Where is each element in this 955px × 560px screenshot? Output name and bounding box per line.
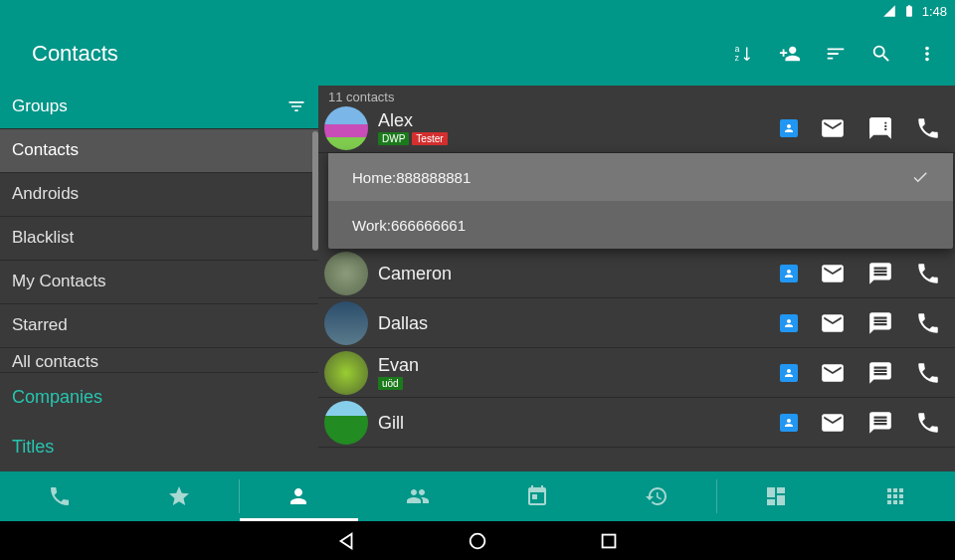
email-button[interactable] [820,310,846,336]
add-contact-button[interactable] [778,42,802,66]
avatar [324,301,368,345]
tab-phone[interactable] [0,471,119,521]
sync-badge-icon [780,265,798,282]
message-button[interactable] [867,115,893,141]
contact-row-cameron[interactable]: Cameron [318,249,955,298]
sync-badge-icon [780,314,798,332]
contact-tag: uöd [378,377,403,390]
contact-count: 11 contacts [318,86,955,103]
sidebar-item-contacts[interactable]: Contacts [0,129,318,173]
filter-icon [286,96,306,116]
sidebar: Groups Contacts Androids Blacklist My Co… [0,86,318,471]
svg-text:a: a [735,45,740,54]
message-button[interactable] [867,261,893,286]
dropdown-item-work[interactable]: Work:666666661 [328,201,953,249]
contact-name: Alex [378,110,780,130]
email-button[interactable] [820,261,846,286]
contact-row-gill[interactable]: Gill [318,398,955,448]
tab-history[interactable] [597,471,716,521]
dropdown-label: Home:888888881 [352,169,471,186]
sidebar-item-blacklist[interactable]: Blacklist [0,217,318,261]
sync-badge-icon [780,364,798,382]
sidebar-item-androids[interactable]: Androids [0,173,318,217]
status-time: 1:48 [922,4,947,19]
sync-badge-icon [780,414,798,432]
contact-name: Dallas [378,313,780,333]
contact-name: Cameron [378,264,780,283]
avatar [324,351,368,395]
email-button[interactable] [820,360,846,386]
contact-tag: DWP [378,132,409,145]
svg-point-2 [471,533,485,548]
filter-button[interactable] [824,42,848,66]
contact-name: Gill [378,413,780,433]
status-bar: 1:48 [0,0,955,22]
dropdown-item-home[interactable]: Home:888888881 [328,153,953,201]
svg-text:z: z [735,54,739,63]
content-area: Groups Contacts Androids Blacklist My Co… [0,86,955,471]
battery-icon [902,4,916,18]
tab-calendar[interactable] [478,471,597,521]
call-button[interactable] [915,410,941,436]
sidebar-item-starred[interactable]: Starred [0,304,318,348]
sidebar-item-all-contacts[interactable]: All contacts [0,348,318,373]
call-button[interactable] [915,310,941,336]
sidebar-header-label: Groups [12,96,68,116]
svg-rect-3 [603,534,616,547]
dropdown-label: Work:666666661 [352,217,466,234]
tab-favorites[interactable] [119,471,239,521]
message-button[interactable] [867,360,893,386]
call-button[interactable] [915,115,941,141]
tab-groups[interactable] [358,471,478,521]
call-button[interactable] [915,360,941,386]
message-button[interactable] [867,310,893,336]
nav-recent-icon[interactable] [598,530,620,552]
contact-tag: Tester [412,132,447,145]
check-icon [911,168,929,186]
sort-az-button[interactable]: az [732,42,756,66]
more-button[interactable] [915,42,939,66]
message-button[interactable] [867,410,893,436]
phone-number-dropdown: Home:888888881 Work:666666661 [328,153,953,249]
sidebar-item-companies[interactable]: Companies [0,373,318,423]
bottom-tab-bar [0,471,955,521]
avatar [324,106,368,150]
avatar [324,252,368,295]
email-button[interactable] [820,115,846,141]
call-button[interactable] [915,261,941,286]
tab-contacts[interactable] [240,471,359,521]
search-button[interactable] [869,42,893,66]
contact-row-evan[interactable]: Evan uöd [318,348,955,398]
sidebar-item-my-contacts[interactable]: My Contacts [0,261,318,304]
avatar [324,401,368,445]
contact-row-dallas[interactable]: Dallas [318,298,955,348]
contact-list: 11 contacts Alex DWP Tester Came [318,86,955,471]
contact-name: Evan [378,355,780,375]
email-button[interactable] [820,410,846,436]
android-nav-bar [0,521,955,560]
tab-dashboard[interactable] [717,471,837,521]
toolbar-title: Contacts [32,41,732,67]
contact-row-alex[interactable]: Alex DWP Tester [318,103,955,153]
nav-home-icon[interactable] [467,530,488,552]
sidebar-header-groups[interactable]: Groups [0,86,318,129]
app-toolbar: Contacts az [0,22,955,86]
nav-back-icon[interactable] [335,530,357,552]
sync-badge-icon [780,119,798,137]
signal-icon [882,4,896,18]
sidebar-item-titles[interactable]: Titles [0,422,318,471]
tab-apps[interactable] [836,471,955,521]
